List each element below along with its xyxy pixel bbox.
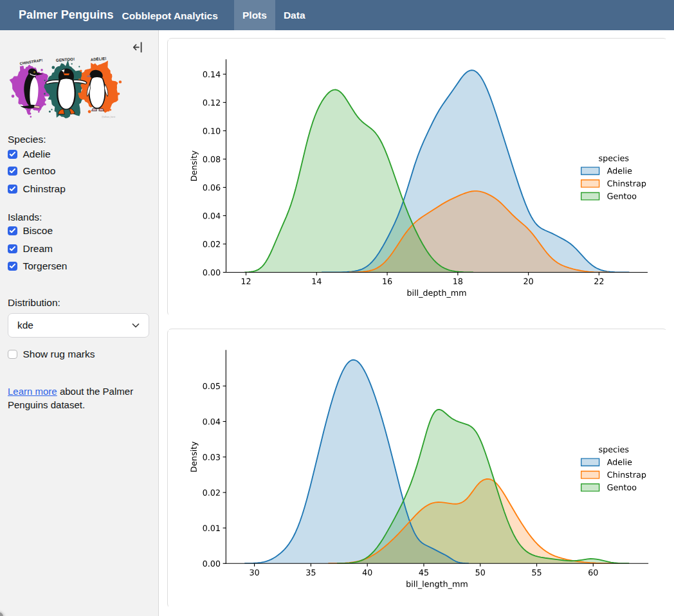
svg-text:ADĒLIE!: ADĒLIE!: [91, 57, 107, 62]
svg-text:CHINSTRAP!: CHINSTRAP!: [19, 58, 43, 66]
svg-text:@allison_horst: @allison_horst: [102, 116, 115, 118]
svg-text:GENTOO!: GENTOO!: [56, 57, 75, 62]
